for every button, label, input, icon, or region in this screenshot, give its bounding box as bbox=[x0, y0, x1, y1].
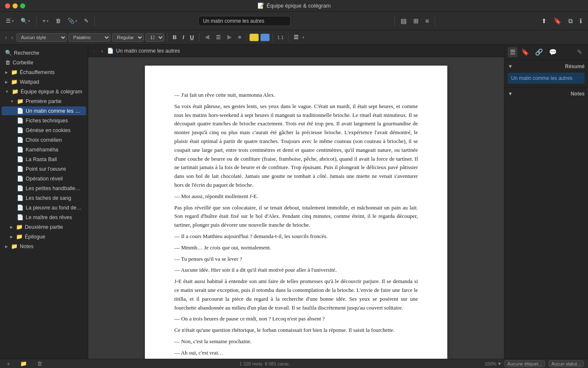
view-columns-button[interactable]: ≡ bbox=[423, 16, 432, 26]
split-icon: ⧉ bbox=[568, 17, 573, 24]
chevron-down-icon: ▾ bbox=[47, 19, 49, 23]
search-input[interactable] bbox=[198, 16, 291, 26]
tab-link-button[interactable]: 🔗 bbox=[533, 47, 545, 57]
size-select[interactable]: 13 bbox=[145, 33, 164, 42]
nav-prev-button[interactable]: ‹ bbox=[3, 33, 9, 42]
folder-icon: 📁 bbox=[11, 69, 18, 75]
sidebar-item-taches-sang[interactable]: 📄 Les taches de sang bbox=[2, 193, 86, 202]
sidebar-toggle-button[interactable]: ☰ ▾ bbox=[3, 16, 16, 26]
sidebar-item-wattpad[interactable]: ▶ 📁 Wattpad bbox=[2, 77, 86, 86]
chevron-down-icon: ▾ bbox=[28, 19, 30, 23]
sidebar-item-echauffements[interactable]: ▶ 📁 Échauffements bbox=[2, 68, 86, 77]
italic-button[interactable]: I bbox=[181, 33, 186, 41]
sidebar-icon: ☰ bbox=[6, 18, 11, 24]
bold-button[interactable]: B bbox=[171, 33, 178, 41]
char-count-label: 8 081 carac. bbox=[265, 361, 291, 366]
status-trash-button[interactable]: 🗑 bbox=[34, 359, 45, 368]
separator bbox=[273, 33, 273, 42]
search-toggle-button[interactable]: 🔍 ▾ bbox=[18, 16, 33, 26]
list-button[interactable]: ☰ bbox=[291, 33, 301, 41]
delete-button[interactable]: 🗑 bbox=[53, 16, 63, 26]
paragraph: — Tu penses qu'il va se lever ? bbox=[174, 255, 418, 264]
align-justify-button[interactable]: ≡ bbox=[236, 33, 244, 41]
folder-icon: 📁 bbox=[12, 88, 18, 95]
sidebar-item-fiches-techniques[interactable]: 📄 Fiches techniques bbox=[2, 116, 86, 125]
tab-comment-button[interactable]: 💬 bbox=[547, 47, 559, 57]
info-button[interactable]: ℹ bbox=[577, 16, 585, 26]
format-nav: ‹ › bbox=[3, 33, 15, 42]
maximize-button[interactable] bbox=[20, 3, 25, 8]
sidebar-item-corbeille[interactable]: 🗑 Corbeille bbox=[2, 58, 86, 67]
sidebar-item-genese-cookies[interactable]: 📄 Génèse en cookies bbox=[2, 126, 86, 135]
weight-select[interactable]: Regular bbox=[112, 33, 144, 42]
sidebar-item-operation-reveil[interactable]: 📄 Opération réveil bbox=[2, 174, 86, 183]
status-add-button[interactable]: + bbox=[4, 359, 13, 368]
sidebar-item-equipe-epique[interactable]: ▼ 📁 Équipe épique & colégram bbox=[2, 87, 86, 96]
folder-icon: 📁 bbox=[16, 233, 23, 240]
link-icon: 🔗 bbox=[535, 48, 543, 56]
font-select[interactable]: Palatino bbox=[68, 33, 110, 42]
resume-item[interactable]: Un matin comme les autres bbox=[508, 73, 585, 84]
tab-bookmark-button[interactable]: 🔖 bbox=[519, 47, 531, 57]
attach-button[interactable]: 📎 ▾ bbox=[65, 16, 80, 26]
underline-button[interactable]: U bbox=[188, 33, 196, 41]
close-button[interactable] bbox=[5, 3, 10, 8]
document-scroll-area[interactable]: — J'ai fait un rêve cette nuit, marmonna… bbox=[88, 57, 504, 359]
sidebar-item-point-oeuvre[interactable]: 📄 Point sur l'oeuvre bbox=[2, 164, 86, 173]
title-bar: 📝 Équipe épique & colégram bbox=[0, 0, 588, 12]
align-center-button[interactable]: ☰ bbox=[214, 33, 223, 41]
highlight-color-swatch[interactable] bbox=[249, 34, 259, 41]
resume-section-label: Résumé bbox=[565, 64, 585, 69]
document-icon: 📄 bbox=[17, 204, 24, 211]
tab-list-button[interactable]: ☰ bbox=[508, 47, 517, 57]
doc-back-button[interactable]: ‹ bbox=[92, 47, 97, 55]
plus-icon: + bbox=[42, 18, 46, 24]
sidebar-item-epilogue[interactable]: ▶ 📁 Épilogue bbox=[2, 232, 86, 241]
view-list-button[interactable]: ▤ bbox=[398, 16, 409, 26]
document-icon: 📄 bbox=[17, 185, 24, 191]
sidebar-item-notes[interactable]: ▶ 📁 Notes bbox=[2, 242, 86, 251]
document-icon: 📄 bbox=[17, 146, 24, 153]
add-button[interactable]: + ▾ bbox=[40, 16, 51, 26]
paragraph: — Moi aussi, répondit mollement J-E. bbox=[174, 192, 418, 201]
zoom-chevron-button[interactable]: ▾ bbox=[498, 360, 501, 367]
document-page[interactable]: — J'ai fait un rêve cette nuit, marmonna… bbox=[145, 66, 447, 359]
sidebar-item-recherche[interactable]: 🔍 Recherche bbox=[2, 48, 86, 57]
sidebar-item-deuxieme-partie[interactable]: ▶ 📁 Deuxième partie bbox=[2, 222, 86, 231]
text-color-swatch[interactable] bbox=[260, 34, 270, 41]
label-button[interactable]: Aucune étiquet... bbox=[504, 360, 545, 367]
sidebar-item-choix-cornelien[interactable]: 📄 Choix cornélien bbox=[2, 135, 86, 144]
separator bbox=[246, 33, 247, 42]
traffic-lights bbox=[5, 3, 25, 8]
align-right-button[interactable]: ⫸ bbox=[225, 33, 234, 41]
disclosure-icon: ▶ bbox=[10, 235, 13, 239]
app-icon: 📝 bbox=[257, 3, 264, 9]
document-icon: 📄 bbox=[17, 175, 24, 182]
view-grid-button[interactable]: ⊞ bbox=[411, 16, 421, 26]
notes-section-header: ▼ Notes bbox=[508, 91, 585, 97]
sidebar-item-pieuvre-fond[interactable]: 📄 La pieuvre au fond de l'eau bbox=[2, 203, 86, 212]
sidebar-item-kamehameha[interactable]: 📄 Kaméhaméha bbox=[2, 145, 86, 154]
folder-icon: 📁 bbox=[17, 98, 24, 104]
sidebar-item-rasta-ball[interactable]: 📄 La Rasta Ball bbox=[2, 155, 86, 164]
doc-forward-button[interactable]: › bbox=[100, 47, 105, 55]
align-left-button[interactable]: ⫷ bbox=[202, 33, 212, 41]
status-folder-button[interactable]: 📁 bbox=[18, 359, 29, 368]
style-select[interactable]: Aucun style bbox=[16, 33, 67, 42]
minimize-button[interactable] bbox=[13, 3, 18, 8]
sidebar-item-premiere-partie[interactable]: ▼ 📁 Première partie bbox=[2, 97, 86, 106]
edit-button[interactable]: ✎ bbox=[81, 16, 91, 26]
nav-next-button[interactable]: › bbox=[10, 33, 15, 42]
sidebar-item-petites-handballeuses[interactable]: 📄 Les petites handballeuses bbox=[2, 184, 86, 193]
split-view-button[interactable]: ⧉ bbox=[566, 16, 575, 26]
status-label-button[interactable]: Aucun statut... bbox=[549, 360, 584, 367]
edit-panel-button[interactable]: ✎ bbox=[575, 47, 585, 57]
format-bar: ‹ › Aucun style Palatino Regular 13 B I … bbox=[0, 30, 588, 45]
sidebar-item-un-matin[interactable]: 📄 Un matin comme les autr... bbox=[2, 106, 86, 115]
bookmark-button[interactable]: 🔖 bbox=[551, 16, 564, 26]
sidebar-item-maitre-reves[interactable]: 📄 Le maître des rêves bbox=[2, 213, 86, 222]
share-button[interactable]: ⬆ bbox=[539, 16, 549, 26]
folder-icon: 📁 bbox=[11, 79, 18, 85]
magnifier-icon: 🔍 bbox=[5, 50, 12, 56]
zoom-level-label: 100% bbox=[485, 361, 496, 366]
